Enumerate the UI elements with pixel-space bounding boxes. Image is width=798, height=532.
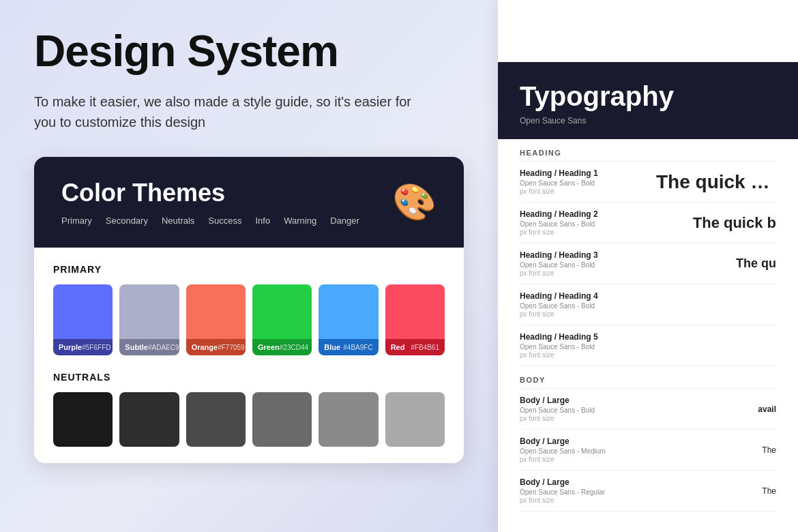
swatch-subtle-hex: #ADAEC9 (148, 344, 179, 351)
heading-2-name: Heading / Heading 2 (520, 209, 656, 219)
swatch-purple-color (53, 284, 113, 339)
neutral-1 (53, 392, 113, 447)
body-row-1: Body / Large Open Sauce Sans - Bold px f… (520, 389, 776, 430)
typo-header: Typography Open Sauce Sans (498, 62, 798, 139)
nav-success[interactable]: Success (208, 216, 241, 226)
heading-section-label: HEADING (520, 139, 776, 162)
swatch-purple-label: Purple #5F6FFD (53, 339, 113, 355)
swatch-green-name: Green (258, 343, 280, 351)
heading-row-4: Heading / Heading 4 Open Sauce Sans - Bo… (520, 284, 776, 325)
heading-3-size: px font size (520, 269, 656, 277)
swatch-purple-name: Purple (59, 343, 82, 351)
palette-emoji: 🎨 (392, 181, 437, 223)
neutral-5 (319, 392, 378, 447)
heading-2-size: px font size (520, 228, 656, 236)
neutral-6 (385, 392, 445, 447)
body-2-preview: The (656, 445, 776, 455)
primary-label: PRIMARY (53, 264, 445, 275)
nav-warning[interactable]: Warning (284, 216, 316, 226)
swatch-blue-hex: #4BA9FC (343, 344, 372, 351)
nav-neutrals[interactable]: Neutrals (162, 216, 194, 226)
heading-4-size: px font size (520, 310, 656, 318)
ds-body: PRIMARY Purple #5F6FFD Subtle #ADAEC9 (34, 248, 464, 463)
typo-title: Typography (520, 81, 776, 112)
heading-1-name: Heading / Heading 1 (520, 168, 656, 178)
body-2-info: Body / Large Open Sauce Sans - Medium px… (520, 437, 656, 463)
neutral-3 (186, 392, 246, 447)
swatch-green-label: Green #23CD44 (252, 339, 312, 355)
swatch-red-color (385, 284, 445, 339)
right-panel: Typography Open Sauce Sans HEADING Headi… (498, 0, 798, 532)
left-panel: Design System To make it easier, we also… (0, 0, 498, 532)
heading-2-font: Open Sauce Sans - Bold (520, 220, 656, 228)
heading-row-3: Heading / Heading 3 Open Sauce Sans - Bo… (520, 243, 776, 284)
heading-1-size: px font size (520, 188, 656, 195)
color-themes-title: Color Themes (61, 179, 359, 207)
body-1-font: Open Sauce Sans - Bold (520, 407, 656, 414)
swatch-green-color (252, 284, 312, 339)
heading-2-info: Heading / Heading 2 Open Sauce Sans - Bo… (520, 209, 656, 236)
swatch-blue: Blue #4BA9FC (319, 284, 378, 355)
body-1-info: Body / Large Open Sauce Sans - Bold px f… (520, 396, 656, 422)
body-3-preview: The (656, 486, 776, 496)
swatch-red-hex: #FB4B61 (411, 344, 439, 351)
main-title: Design System (34, 27, 464, 75)
swatch-purple-hex: #5F6FFD (82, 344, 110, 351)
heading-5-info: Heading / Heading 5 Open Sauce Sans - Bo… (520, 332, 656, 359)
heading-row-2: Heading / Heading 2 Open Sauce Sans - Bo… (520, 203, 776, 243)
heading-1-font: Open Sauce Sans - Bold (520, 179, 656, 187)
swatch-blue-label: Blue #4BA9FC (319, 339, 378, 355)
heading-2-preview: The quick b (656, 214, 776, 232)
heading-5-font: Open Sauce Sans - Bold (520, 343, 656, 351)
swatch-subtle-label: Subtle #ADAEC9 (119, 339, 179, 355)
heading-4-name: Heading / Heading 4 (520, 291, 656, 301)
body-3-info: Body / Large Open Sauce Sans - Regular p… (520, 477, 656, 504)
body-2-name: Body / Large (520, 437, 656, 446)
neutral-4 (252, 392, 312, 447)
color-header-left: Color Themes Primary Secondary Neutrals … (61, 179, 359, 226)
swatch-red-label: Red #FB4B61 (385, 339, 445, 355)
swatch-subtle: Subtle #ADAEC9 (119, 284, 179, 355)
heading-3-info: Heading / Heading 3 Open Sauce Sans - Bo… (520, 250, 656, 277)
neutrals-label: NEUTRALS (53, 372, 445, 383)
nav-info[interactable]: Info (256, 216, 271, 226)
heading-row-1: Heading / Heading 1 Open Sauce Sans - Bo… (520, 162, 776, 203)
subtitle: To make it easier, we also made a style … (34, 91, 416, 132)
heading-3-font: Open Sauce Sans - Bold (520, 261, 656, 269)
body-row-2: Body / Large Open Sauce Sans - Medium px… (520, 430, 776, 471)
heading-3-preview: The qu (656, 256, 776, 271)
heading-4-font: Open Sauce Sans - Bold (520, 302, 656, 310)
nav-danger[interactable]: Danger (330, 216, 359, 226)
heading-1-preview: The quick bro (656, 171, 776, 193)
heading-5-size: px font size (520, 351, 656, 359)
body-3-font: Open Sauce Sans - Regular (520, 488, 656, 496)
swatch-green-hex: #23CD44 (280, 344, 308, 351)
swatch-purple: Purple #5F6FFD (53, 284, 113, 355)
typo-body: HEADING Heading / Heading 1 Open Sauce S… (498, 139, 798, 512)
color-header: Color Themes Primary Secondary Neutrals … (34, 157, 464, 248)
swatch-blue-name: Blue (324, 343, 340, 351)
primary-swatches: Purple #5F6FFD Subtle #ADAEC9 Orange # (53, 284, 445, 355)
swatch-green: Green #23CD44 (252, 284, 312, 355)
neutral-swatches (53, 392, 445, 447)
body-3-size: px font size (520, 497, 656, 504)
body-1-preview: avail (656, 404, 776, 414)
color-nav: Primary Secondary Neutrals Success Info … (61, 216, 359, 226)
swatch-blue-color (319, 284, 378, 339)
typography-card: Typography Open Sauce Sans HEADING Headi… (498, 62, 798, 532)
typo-subtitle: Open Sauce Sans (520, 116, 776, 125)
heading-row-5: Heading / Heading 5 Open Sauce Sans - Bo… (520, 325, 776, 366)
swatch-subtle-color (119, 284, 179, 339)
nav-primary[interactable]: Primary (61, 216, 92, 226)
heading-4-info: Heading / Heading 4 Open Sauce Sans - Bo… (520, 291, 656, 318)
heading-5-name: Heading / Heading 5 (520, 332, 656, 342)
swatch-orange-name: Orange (192, 343, 218, 351)
swatch-red-name: Red (391, 343, 405, 351)
heading-1-info: Heading / Heading 1 Open Sauce Sans - Bo… (520, 168, 656, 195)
swatch-subtle-name: Subtle (125, 343, 148, 351)
body-section-label: BODY (520, 366, 776, 389)
swatch-red: Red #FB4B61 (385, 284, 445, 355)
body-1-size: px font size (520, 415, 656, 422)
body-3-name: Body / Large (520, 477, 656, 487)
nav-secondary[interactable]: Secondary (106, 216, 148, 226)
